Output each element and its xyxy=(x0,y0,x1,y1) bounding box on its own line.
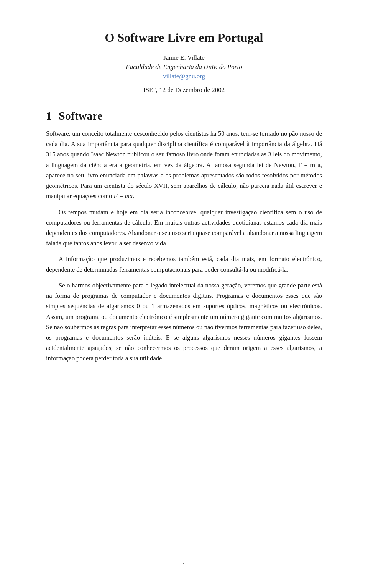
section-1-number: 1 xyxy=(46,109,52,122)
author-name: Jaime E. Villate xyxy=(46,54,322,62)
page-header: O Software Livre em Portugal Jaime E. Vi… xyxy=(46,31,322,94)
section-1-intro-text: Software, um conceito totalmente desconh… xyxy=(46,130,322,200)
section-1-para3: Se olharmos objectivamente para o legado… xyxy=(46,280,322,364)
author-date: ISEP, 12 de Dezembro de 2002 xyxy=(46,86,322,94)
page-number: 1 xyxy=(182,562,186,568)
author-affiliation: Faculdade de Engenharia da Univ. do Port… xyxy=(46,63,322,71)
page: O Software Livre em Portugal Jaime E. Vi… xyxy=(0,0,368,588)
section-1-heading: 1Software xyxy=(46,109,322,122)
author-email[interactable]: villate@gnu.org xyxy=(46,72,322,80)
section-1-title: Software xyxy=(59,109,102,122)
formula: F = ma xyxy=(113,192,133,200)
section-1-para2: A informação que produzimos e recebemos … xyxy=(46,254,322,274)
section-1-para1: Os tempos mudam e hoje em dia seria inco… xyxy=(46,207,322,249)
page-footer: 1 xyxy=(0,562,368,569)
section-1: 1Software Software, um conceito totalmen… xyxy=(46,109,322,364)
section-1-intro-para: Software, um conceito totalmente desconh… xyxy=(46,128,322,202)
main-title: O Software Livre em Portugal xyxy=(46,31,322,45)
